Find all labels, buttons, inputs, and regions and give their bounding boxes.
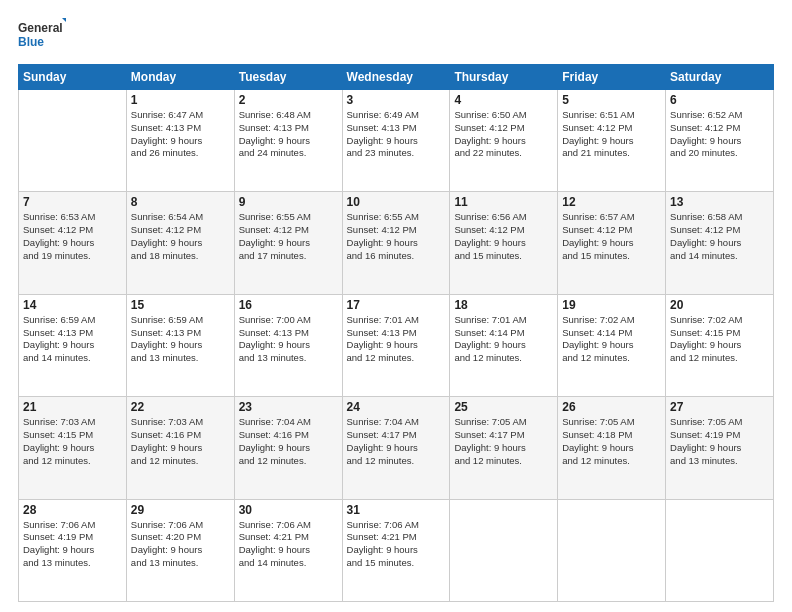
calendar-cell: 12Sunrise: 6:57 AMSunset: 4:12 PMDayligh… xyxy=(558,192,666,294)
calendar-cell: 21Sunrise: 7:03 AMSunset: 4:15 PMDayligh… xyxy=(19,397,127,499)
day-number: 3 xyxy=(347,93,446,107)
day-number: 1 xyxy=(131,93,230,107)
day-info: Sunrise: 6:59 AMSunset: 4:13 PMDaylight:… xyxy=(131,314,230,365)
calendar-cell: 9Sunrise: 6:55 AMSunset: 4:12 PMDaylight… xyxy=(234,192,342,294)
day-number: 31 xyxy=(347,503,446,517)
calendar: SundayMondayTuesdayWednesdayThursdayFrid… xyxy=(18,64,774,602)
calendar-cell: 25Sunrise: 7:05 AMSunset: 4:17 PMDayligh… xyxy=(450,397,558,499)
calendar-cell: 1Sunrise: 6:47 AMSunset: 4:13 PMDaylight… xyxy=(126,90,234,192)
day-number: 22 xyxy=(131,400,230,414)
day-number: 25 xyxy=(454,400,553,414)
day-info: Sunrise: 7:01 AMSunset: 4:14 PMDaylight:… xyxy=(454,314,553,365)
day-info: Sunrise: 7:04 AMSunset: 4:17 PMDaylight:… xyxy=(347,416,446,467)
calendar-cell: 2Sunrise: 6:48 AMSunset: 4:13 PMDaylight… xyxy=(234,90,342,192)
calendar-cell: 15Sunrise: 6:59 AMSunset: 4:13 PMDayligh… xyxy=(126,294,234,396)
day-info: Sunrise: 7:06 AMSunset: 4:21 PMDaylight:… xyxy=(347,519,446,570)
day-header-wednesday: Wednesday xyxy=(342,65,450,90)
calendar-cell: 29Sunrise: 7:06 AMSunset: 4:20 PMDayligh… xyxy=(126,499,234,601)
day-number: 16 xyxy=(239,298,338,312)
logo-svg: General Blue xyxy=(18,18,66,54)
day-info: Sunrise: 6:50 AMSunset: 4:12 PMDaylight:… xyxy=(454,109,553,160)
day-info: Sunrise: 7:05 AMSunset: 4:19 PMDaylight:… xyxy=(670,416,769,467)
day-info: Sunrise: 6:51 AMSunset: 4:12 PMDaylight:… xyxy=(562,109,661,160)
calendar-cell: 27Sunrise: 7:05 AMSunset: 4:19 PMDayligh… xyxy=(666,397,774,499)
day-info: Sunrise: 7:06 AMSunset: 4:19 PMDaylight:… xyxy=(23,519,122,570)
calendar-cell: 18Sunrise: 7:01 AMSunset: 4:14 PMDayligh… xyxy=(450,294,558,396)
header: General Blue xyxy=(18,18,774,54)
calendar-cell: 20Sunrise: 7:02 AMSunset: 4:15 PMDayligh… xyxy=(666,294,774,396)
day-info: Sunrise: 6:54 AMSunset: 4:12 PMDaylight:… xyxy=(131,211,230,262)
day-info: Sunrise: 6:48 AMSunset: 4:13 PMDaylight:… xyxy=(239,109,338,160)
day-header-thursday: Thursday xyxy=(450,65,558,90)
calendar-cell: 7Sunrise: 6:53 AMSunset: 4:12 PMDaylight… xyxy=(19,192,127,294)
calendar-cell: 24Sunrise: 7:04 AMSunset: 4:17 PMDayligh… xyxy=(342,397,450,499)
day-number: 6 xyxy=(670,93,769,107)
calendar-cell: 4Sunrise: 6:50 AMSunset: 4:12 PMDaylight… xyxy=(450,90,558,192)
day-header-monday: Monday xyxy=(126,65,234,90)
day-header-friday: Friday xyxy=(558,65,666,90)
day-info: Sunrise: 6:57 AMSunset: 4:12 PMDaylight:… xyxy=(562,211,661,262)
svg-text:Blue: Blue xyxy=(18,35,44,49)
day-info: Sunrise: 7:06 AMSunset: 4:21 PMDaylight:… xyxy=(239,519,338,570)
calendar-cell: 17Sunrise: 7:01 AMSunset: 4:13 PMDayligh… xyxy=(342,294,450,396)
day-number: 17 xyxy=(347,298,446,312)
day-info: Sunrise: 6:47 AMSunset: 4:13 PMDaylight:… xyxy=(131,109,230,160)
day-number: 26 xyxy=(562,400,661,414)
day-info: Sunrise: 7:00 AMSunset: 4:13 PMDaylight:… xyxy=(239,314,338,365)
week-row-1: 1Sunrise: 6:47 AMSunset: 4:13 PMDaylight… xyxy=(19,90,774,192)
calendar-cell: 6Sunrise: 6:52 AMSunset: 4:12 PMDaylight… xyxy=(666,90,774,192)
calendar-cell: 28Sunrise: 7:06 AMSunset: 4:19 PMDayligh… xyxy=(19,499,127,601)
day-info: Sunrise: 7:03 AMSunset: 4:16 PMDaylight:… xyxy=(131,416,230,467)
day-number: 19 xyxy=(562,298,661,312)
day-info: Sunrise: 6:56 AMSunset: 4:12 PMDaylight:… xyxy=(454,211,553,262)
day-header-saturday: Saturday xyxy=(666,65,774,90)
day-info: Sunrise: 7:02 AMSunset: 4:15 PMDaylight:… xyxy=(670,314,769,365)
week-row-2: 7Sunrise: 6:53 AMSunset: 4:12 PMDaylight… xyxy=(19,192,774,294)
day-number: 10 xyxy=(347,195,446,209)
day-info: Sunrise: 7:02 AMSunset: 4:14 PMDaylight:… xyxy=(562,314,661,365)
calendar-cell: 30Sunrise: 7:06 AMSunset: 4:21 PMDayligh… xyxy=(234,499,342,601)
calendar-cell xyxy=(666,499,774,601)
svg-text:General: General xyxy=(18,21,63,35)
week-row-3: 14Sunrise: 6:59 AMSunset: 4:13 PMDayligh… xyxy=(19,294,774,396)
day-info: Sunrise: 7:04 AMSunset: 4:16 PMDaylight:… xyxy=(239,416,338,467)
day-number: 4 xyxy=(454,93,553,107)
day-info: Sunrise: 6:55 AMSunset: 4:12 PMDaylight:… xyxy=(347,211,446,262)
day-info: Sunrise: 6:52 AMSunset: 4:12 PMDaylight:… xyxy=(670,109,769,160)
day-number: 29 xyxy=(131,503,230,517)
day-header-tuesday: Tuesday xyxy=(234,65,342,90)
day-number: 28 xyxy=(23,503,122,517)
calendar-cell: 10Sunrise: 6:55 AMSunset: 4:12 PMDayligh… xyxy=(342,192,450,294)
day-number: 20 xyxy=(670,298,769,312)
calendar-cell: 26Sunrise: 7:05 AMSunset: 4:18 PMDayligh… xyxy=(558,397,666,499)
calendar-cell: 8Sunrise: 6:54 AMSunset: 4:12 PMDaylight… xyxy=(126,192,234,294)
day-number: 18 xyxy=(454,298,553,312)
page: General Blue SundayMondayTuesdayWednesda… xyxy=(0,0,792,612)
calendar-cell: 14Sunrise: 6:59 AMSunset: 4:13 PMDayligh… xyxy=(19,294,127,396)
calendar-cell: 11Sunrise: 6:56 AMSunset: 4:12 PMDayligh… xyxy=(450,192,558,294)
day-info: Sunrise: 7:01 AMSunset: 4:13 PMDaylight:… xyxy=(347,314,446,365)
logo: General Blue xyxy=(18,18,66,54)
day-info: Sunrise: 6:58 AMSunset: 4:12 PMDaylight:… xyxy=(670,211,769,262)
calendar-cell: 16Sunrise: 7:00 AMSunset: 4:13 PMDayligh… xyxy=(234,294,342,396)
day-header-sunday: Sunday xyxy=(19,65,127,90)
day-number: 14 xyxy=(23,298,122,312)
day-number: 13 xyxy=(670,195,769,209)
day-number: 5 xyxy=(562,93,661,107)
day-info: Sunrise: 6:49 AMSunset: 4:13 PMDaylight:… xyxy=(347,109,446,160)
header-row: SundayMondayTuesdayWednesdayThursdayFrid… xyxy=(19,65,774,90)
calendar-cell: 3Sunrise: 6:49 AMSunset: 4:13 PMDaylight… xyxy=(342,90,450,192)
calendar-cell: 22Sunrise: 7:03 AMSunset: 4:16 PMDayligh… xyxy=(126,397,234,499)
day-number: 9 xyxy=(239,195,338,209)
day-number: 30 xyxy=(239,503,338,517)
week-row-5: 28Sunrise: 7:06 AMSunset: 4:19 PMDayligh… xyxy=(19,499,774,601)
day-number: 11 xyxy=(454,195,553,209)
day-info: Sunrise: 6:53 AMSunset: 4:12 PMDaylight:… xyxy=(23,211,122,262)
calendar-cell: 13Sunrise: 6:58 AMSunset: 4:12 PMDayligh… xyxy=(666,192,774,294)
day-info: Sunrise: 6:55 AMSunset: 4:12 PMDaylight:… xyxy=(239,211,338,262)
day-number: 24 xyxy=(347,400,446,414)
day-number: 21 xyxy=(23,400,122,414)
day-number: 15 xyxy=(131,298,230,312)
calendar-cell: 31Sunrise: 7:06 AMSunset: 4:21 PMDayligh… xyxy=(342,499,450,601)
calendar-cell xyxy=(19,90,127,192)
